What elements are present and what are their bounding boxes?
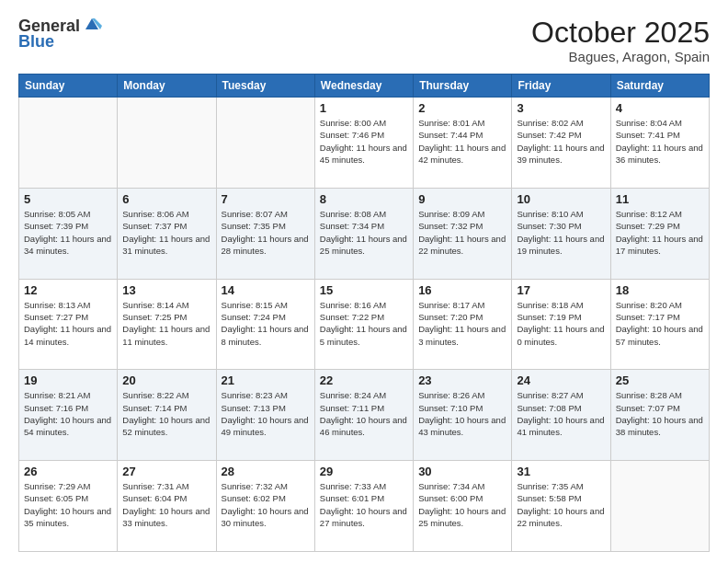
day-number: 2 — [418, 101, 506, 115]
day-info: Sunrise: 8:16 AMSunset: 7:22 PMDaylight:… — [320, 300, 407, 347]
day-info: Sunrise: 8:00 AMSunset: 7:46 PMDaylight:… — [320, 118, 407, 165]
day-number: 31 — [517, 465, 605, 478]
day-number: 14 — [222, 283, 310, 297]
table-row: 8 Sunrise: 8:08 AMSunset: 7:34 PMDayligh… — [314, 188, 413, 279]
logo-icon — [82, 17, 102, 33]
day-number: 25 — [616, 373, 704, 387]
day-number: 29 — [320, 465, 408, 478]
table-row: 10 Sunrise: 8:10 AMSunset: 7:30 PMDaylig… — [512, 188, 610, 279]
day-number: 12 — [24, 283, 112, 297]
day-info: Sunrise: 8:24 AMSunset: 7:11 PMDaylight:… — [320, 390, 407, 437]
day-info: Sunrise: 8:08 AMSunset: 7:34 PMDaylight:… — [320, 209, 407, 256]
day-info: Sunrise: 8:02 AMSunset: 7:42 PMDaylight:… — [517, 118, 604, 165]
day-number: 22 — [320, 373, 408, 387]
day-info: Sunrise: 8:18 AMSunset: 7:19 PMDaylight:… — [517, 300, 604, 347]
day-number: 13 — [122, 283, 210, 297]
table-row: 31 Sunrise: 7:35 AMSunset: 5:58 PMDaylig… — [512, 461, 610, 552]
table-row: 1 Sunrise: 8:00 AMSunset: 7:46 PMDayligh… — [314, 98, 413, 189]
day-number: 15 — [320, 283, 408, 297]
day-number: 17 — [517, 283, 605, 297]
day-info: Sunrise: 7:33 AMSunset: 6:01 PMDaylight:… — [320, 481, 407, 528]
table-row: 29 Sunrise: 7:33 AMSunset: 6:01 PMDaylig… — [314, 461, 413, 552]
table-row — [216, 98, 314, 189]
calendar-week-row: 26 Sunrise: 7:29 AMSunset: 6:05 PMDaylig… — [19, 461, 710, 552]
calendar-header-row: Sunday Monday Tuesday Wednesday Thursday… — [19, 75, 710, 98]
title-block: October 2025 Bagues, Aragon, Spain — [531, 17, 710, 64]
header-monday: Monday — [118, 75, 216, 98]
table-row: 9 Sunrise: 8:09 AMSunset: 7:32 PMDayligh… — [414, 188, 512, 279]
day-number: 18 — [616, 283, 704, 297]
day-info: Sunrise: 8:10 AMSunset: 7:30 PMDaylight:… — [517, 209, 604, 256]
day-number: 6 — [122, 192, 210, 206]
day-number: 9 — [418, 192, 506, 206]
table-row: 4 Sunrise: 8:04 AMSunset: 7:41 PMDayligh… — [610, 98, 709, 189]
table-row: 25 Sunrise: 8:28 AMSunset: 7:07 PMDaylig… — [610, 370, 709, 461]
day-info: Sunrise: 8:21 AMSunset: 7:16 PMDaylight:… — [24, 390, 111, 437]
header-tuesday: Tuesday — [216, 75, 314, 98]
table-row: 17 Sunrise: 8:18 AMSunset: 7:19 PMDaylig… — [512, 279, 610, 370]
calendar-week-row: 19 Sunrise: 8:21 AMSunset: 7:16 PMDaylig… — [19, 370, 710, 461]
calendar-week-row: 1 Sunrise: 8:00 AMSunset: 7:46 PMDayligh… — [19, 98, 710, 189]
table-row: 16 Sunrise: 8:17 AMSunset: 7:20 PMDaylig… — [414, 279, 512, 370]
table-row: 21 Sunrise: 8:23 AMSunset: 7:13 PMDaylig… — [216, 370, 314, 461]
day-info: Sunrise: 7:34 AMSunset: 6:00 PMDaylight:… — [418, 481, 506, 528]
table-row: 2 Sunrise: 8:01 AMSunset: 7:44 PMDayligh… — [414, 98, 512, 189]
day-info: Sunrise: 8:20 AMSunset: 7:17 PMDaylight:… — [616, 300, 703, 347]
day-number: 30 — [418, 465, 506, 478]
header-saturday: Saturday — [610, 75, 709, 98]
day-number: 19 — [24, 373, 112, 387]
header: General Blue October 2025 Bagues, Aragon… — [18, 17, 710, 64]
day-number: 24 — [517, 373, 605, 387]
table-row: 19 Sunrise: 8:21 AMSunset: 7:16 PMDaylig… — [19, 370, 118, 461]
day-info: Sunrise: 8:01 AMSunset: 7:44 PMDaylight:… — [418, 118, 506, 165]
day-info: Sunrise: 7:35 AMSunset: 5:58 PMDaylight:… — [517, 481, 604, 528]
day-number: 5 — [24, 192, 112, 206]
table-row: 20 Sunrise: 8:22 AMSunset: 7:14 PMDaylig… — [118, 370, 216, 461]
day-info: Sunrise: 8:17 AMSunset: 7:20 PMDaylight:… — [418, 300, 506, 347]
day-number: 27 — [122, 465, 210, 478]
header-friday: Friday — [512, 75, 610, 98]
day-info: Sunrise: 8:12 AMSunset: 7:29 PMDaylight:… — [616, 209, 703, 256]
day-number: 20 — [122, 373, 210, 387]
header-sunday: Sunday — [19, 75, 118, 98]
day-number: 3 — [517, 101, 605, 115]
day-info: Sunrise: 7:29 AMSunset: 6:05 PMDaylight:… — [24, 481, 111, 528]
table-row: 30 Sunrise: 7:34 AMSunset: 6:00 PMDaylig… — [414, 461, 512, 552]
table-row — [118, 98, 216, 189]
day-info: Sunrise: 8:22 AMSunset: 7:14 PMDaylight:… — [122, 390, 210, 437]
day-info: Sunrise: 8:13 AMSunset: 7:27 PMDaylight:… — [24, 300, 111, 347]
day-info: Sunrise: 8:05 AMSunset: 7:39 PMDaylight:… — [24, 209, 111, 256]
day-info: Sunrise: 8:15 AMSunset: 7:24 PMDaylight:… — [222, 300, 309, 347]
day-number: 10 — [517, 192, 605, 206]
day-info: Sunrise: 8:06 AMSunset: 7:37 PMDaylight:… — [122, 209, 210, 256]
table-row: 12 Sunrise: 8:13 AMSunset: 7:27 PMDaylig… — [19, 279, 118, 370]
table-row: 3 Sunrise: 8:02 AMSunset: 7:42 PMDayligh… — [512, 98, 610, 189]
day-number: 1 — [320, 101, 408, 115]
calendar-table: Sunday Monday Tuesday Wednesday Thursday… — [18, 74, 710, 552]
table-row: 6 Sunrise: 8:06 AMSunset: 7:37 PMDayligh… — [118, 188, 216, 279]
day-info: Sunrise: 8:09 AMSunset: 7:32 PMDaylight:… — [418, 209, 506, 256]
day-info: Sunrise: 8:04 AMSunset: 7:41 PMDaylight:… — [616, 118, 703, 165]
table-row — [610, 461, 709, 552]
table-row: 22 Sunrise: 8:24 AMSunset: 7:11 PMDaylig… — [314, 370, 413, 461]
day-info: Sunrise: 7:32 AMSunset: 6:02 PMDaylight:… — [222, 481, 309, 528]
day-number: 8 — [320, 192, 408, 206]
day-info: Sunrise: 8:28 AMSunset: 7:07 PMDaylight:… — [616, 390, 703, 437]
calendar-week-row: 12 Sunrise: 8:13 AMSunset: 7:27 PMDaylig… — [19, 279, 710, 370]
table-row: 18 Sunrise: 8:20 AMSunset: 7:17 PMDaylig… — [610, 279, 709, 370]
logo-blue: Blue — [18, 32, 54, 52]
table-row: 5 Sunrise: 8:05 AMSunset: 7:39 PMDayligh… — [19, 188, 118, 279]
table-row: 28 Sunrise: 7:32 AMSunset: 6:02 PMDaylig… — [216, 461, 314, 552]
day-number: 23 — [418, 373, 506, 387]
day-number: 26 — [24, 465, 112, 478]
table-row: 14 Sunrise: 8:15 AMSunset: 7:24 PMDaylig… — [216, 279, 314, 370]
table-row — [19, 98, 118, 189]
day-info: Sunrise: 8:26 AMSunset: 7:10 PMDaylight:… — [418, 390, 506, 437]
table-row: 26 Sunrise: 7:29 AMSunset: 6:05 PMDaylig… — [19, 461, 118, 552]
day-info: Sunrise: 8:23 AMSunset: 7:13 PMDaylight:… — [222, 390, 309, 437]
day-info: Sunrise: 8:07 AMSunset: 7:35 PMDaylight:… — [222, 209, 309, 256]
logo: General Blue — [18, 17, 102, 52]
day-info: Sunrise: 7:31 AMSunset: 6:04 PMDaylight:… — [122, 481, 210, 528]
day-number: 11 — [616, 192, 704, 206]
month-title: October 2025 — [531, 17, 710, 49]
